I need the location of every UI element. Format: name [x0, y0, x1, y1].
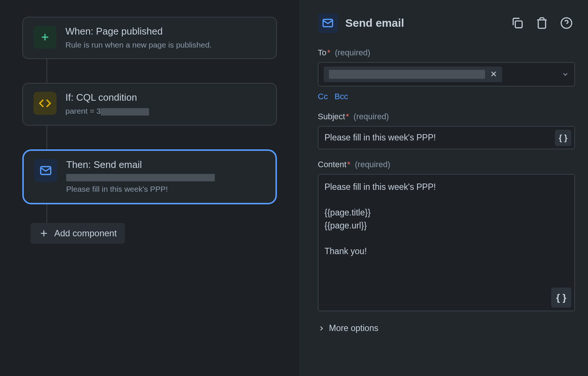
connector-line — [46, 204, 47, 223]
content-field-group: Content* (required) { } — [318, 160, 575, 313]
copy-icon — [511, 17, 524, 29]
content-label: Content* (required) — [318, 160, 575, 169]
required-star: * — [346, 112, 349, 121]
panel-actions — [509, 14, 575, 32]
mail-icon — [34, 159, 57, 182]
duplicate-button[interactable] — [509, 14, 526, 32]
rule-builder-panel: When: Page published Rule is run when a … — [0, 0, 299, 376]
help-icon — [560, 17, 573, 29]
action-title: Then: Send email — [66, 159, 265, 171]
cc-bcc-links: Cc Bcc — [318, 92, 575, 101]
cc-button[interactable]: Cc — [318, 92, 328, 101]
svg-rect-6 — [515, 21, 522, 27]
more-options-toggle[interactable]: More options — [318, 323, 575, 333]
trash-icon — [536, 17, 548, 29]
insert-variable-button[interactable]: { } — [555, 130, 571, 146]
code-icon — [33, 92, 56, 115]
to-field-group: To* (required) ✕ Cc Bcc — [318, 48, 575, 101]
to-label: To* (required) — [318, 48, 575, 58]
chevron-down-icon[interactable] — [562, 71, 569, 78]
subject-label: Subject* (required) — [318, 112, 575, 121]
content-textarea[interactable] — [318, 174, 575, 311]
add-component-label: Add component — [54, 228, 117, 239]
help-button[interactable] — [558, 14, 575, 32]
required-star: * — [327, 48, 330, 57]
action-subtitle: Please fill in this week's PPP! — [66, 173, 265, 195]
trigger-card[interactable]: When: Page published Rule is run when a … — [22, 17, 277, 59]
trigger-subtitle: Rule is run when a new page is published… — [65, 39, 266, 50]
trigger-content: When: Page published Rule is run when a … — [65, 26, 266, 50]
content-input-wrapper: { } — [318, 174, 575, 313]
chevron-right-icon — [318, 325, 325, 332]
redacted-text — [66, 174, 215, 181]
redacted-text — [329, 70, 485, 79]
condition-subtitle: parent = 3 — [65, 106, 266, 116]
condition-title: If: CQL condition — [65, 92, 266, 103]
insert-variable-button[interactable]: { } — [551, 288, 571, 308]
bcc-button[interactable]: Bcc — [335, 92, 348, 101]
subject-input-wrapper: { } — [318, 126, 575, 149]
remove-chip-button[interactable]: ✕ — [490, 69, 497, 79]
recipient-chip: ✕ — [324, 67, 502, 82]
action-content: Then: Send email Please fill in this wee… — [66, 159, 265, 195]
condition-content: If: CQL condition parent = 3 — [65, 92, 266, 116]
plus-icon — [33, 26, 56, 49]
trigger-title: When: Page published — [65, 26, 266, 37]
subject-input[interactable] — [318, 126, 575, 149]
more-options-label: More options — [329, 323, 378, 333]
connector-line — [46, 126, 47, 149]
plus-icon — [39, 228, 49, 239]
connector-line — [46, 59, 47, 83]
panel-header: Send email — [318, 13, 575, 33]
condition-card[interactable]: If: CQL condition parent = 3 — [22, 83, 277, 125]
config-panel: Send email — [299, 0, 588, 376]
redacted-text — [101, 108, 149, 116]
delete-button[interactable] — [533, 14, 550, 32]
panel-title: Send email — [345, 17, 501, 29]
required-star: * — [347, 160, 350, 169]
to-select[interactable]: ✕ — [318, 62, 575, 87]
add-component-button[interactable]: Add component — [30, 223, 125, 244]
mail-icon — [318, 13, 338, 33]
action-card-selected[interactable]: Then: Send email Please fill in this wee… — [22, 149, 277, 204]
subject-field-group: Subject* (required) { } — [318, 112, 575, 149]
